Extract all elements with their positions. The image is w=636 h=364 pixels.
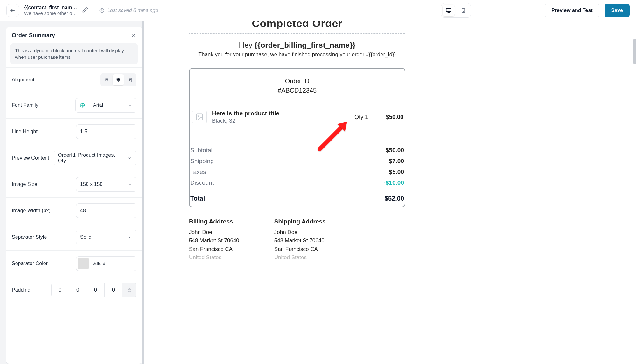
svg-rect-1	[446, 8, 451, 11]
chevron-down-icon	[127, 155, 132, 161]
shipping-city: San Francisco CA	[274, 245, 326, 253]
image-size-label: Image Size	[12, 182, 37, 187]
globe-icon	[80, 102, 85, 108]
padding-bottom-input[interactable]	[87, 283, 105, 297]
preview-test-button[interactable]: Preview and Test	[545, 4, 599, 17]
preview-content-select[interactable]: OrderId, Product Images, Qty	[54, 151, 136, 165]
discount-label: Discount	[190, 179, 214, 186]
mobile-icon	[461, 7, 466, 14]
align-center-button[interactable]	[113, 74, 124, 85]
padding-lock-button[interactable]	[122, 283, 136, 297]
shipping-label: Shipping	[190, 158, 214, 165]
clock-icon	[99, 8, 105, 13]
align-left-button[interactable]	[101, 74, 113, 85]
edit-title-button[interactable]	[82, 7, 88, 14]
email-preview: Completed Order Hey {{order_billing_firs…	[144, 21, 636, 364]
doc-title-block: {{contact_first_nam… We have some other …	[24, 5, 77, 16]
greeting-prefix: Hey	[239, 41, 255, 49]
close-panel-button[interactable]	[130, 32, 136, 39]
subtotal-label: Subtotal	[190, 147, 213, 154]
chevron-down-icon	[127, 103, 132, 108]
font-family-select[interactable]: Arial	[89, 98, 136, 113]
settings-panel: Order Summary This is a dynamic block an…	[6, 27, 143, 364]
product-price: $50.00	[386, 114, 403, 120]
separator-style-select[interactable]: Solid	[76, 230, 136, 244]
alignment-label: Alignment	[12, 77, 34, 83]
billing-address: Billing Address John Doe 548 Market St 7…	[189, 218, 239, 262]
align-left-icon	[104, 77, 110, 83]
align-right-icon	[127, 77, 133, 83]
last-saved-text: Last saved 8 mins ago	[107, 8, 158, 13]
image-width-label: Image Width (px)	[12, 208, 51, 214]
total-value: $52.00	[385, 195, 404, 202]
separator-color-value: #dfdfdf	[93, 261, 107, 266]
padding-top-input[interactable]	[51, 283, 69, 297]
color-swatch	[78, 258, 89, 269]
billing-title: Billing Address	[189, 218, 239, 225]
image-icon	[195, 113, 204, 121]
shipping-name: John Doe	[274, 228, 326, 237]
separator-style-label: Separator Style	[12, 234, 47, 240]
top-bar: {{contact_first_nam… We have some other …	[0, 0, 636, 21]
desktop-view-button[interactable]	[443, 5, 455, 16]
doc-subtitle: We have some other o…	[24, 10, 77, 16]
svg-point-13	[198, 115, 199, 117]
line-height-input[interactable]	[76, 124, 136, 139]
svg-rect-11	[128, 290, 131, 292]
image-size-value: 150 x 150	[80, 182, 102, 187]
order-id-value: #ABCD12345	[190, 87, 405, 94]
font-family-label: Font Family	[12, 102, 38, 108]
preview-content-label: Preview Content	[12, 155, 49, 161]
line-height-label: Line Height	[12, 129, 38, 134]
separator-color-input[interactable]: #dfdfdf	[76, 256, 136, 271]
dynamic-block-notice: This is a dynamic block and real content…	[10, 43, 138, 64]
thank-you-text: Thank you for your purchase, we have fin…	[189, 52, 405, 58]
svg-rect-4	[106, 79, 108, 79]
padding-label: Padding	[12, 287, 31, 293]
divider	[94, 5, 94, 16]
image-width-input[interactable]	[76, 203, 136, 218]
padding-left-input[interactable]	[105, 283, 122, 297]
chevron-down-icon	[127, 182, 132, 187]
close-icon	[131, 33, 136, 38]
separator-color-label: Separator Color	[12, 261, 48, 266]
billing-city: San Francisco CA	[189, 245, 239, 253]
svg-rect-8	[129, 79, 131, 79]
save-button[interactable]: Save	[605, 4, 630, 17]
product-title: Here is the product title	[212, 110, 349, 117]
order-summary-card[interactable]: Order ID #ABCD12345 Here is the product …	[189, 68, 405, 207]
separator-style-value: Solid	[80, 234, 92, 240]
svg-rect-9	[129, 80, 131, 81]
font-family-value: Arial	[93, 102, 103, 108]
total-label: Total	[190, 195, 205, 202]
billing-name: John Doe	[189, 228, 239, 237]
subtotal-value: $50.00	[386, 147, 404, 154]
doc-title: {{contact_first_nam…	[24, 5, 77, 10]
device-toggle	[441, 3, 471, 18]
preview-content-value: OrderId, Product Images, Qty	[58, 152, 124, 164]
image-size-select[interactable]: 150 x 150	[76, 177, 136, 192]
discount-value: -$10.00	[384, 179, 404, 186]
lock-icon	[127, 287, 132, 292]
align-right-button[interactable]	[124, 74, 136, 85]
panel-title: Order Summary	[12, 32, 55, 39]
shipping-address: Shipping Address John Doe 548 Market St …	[274, 218, 326, 262]
shipping-country: United States	[274, 253, 326, 262]
billing-country: United States	[189, 253, 239, 262]
shipping-street: 548 Market St 70640	[274, 237, 326, 245]
grand-total-row: Total $52.00	[190, 190, 405, 207]
order-id-label: Order ID	[190, 78, 405, 85]
shipping-value: $7.00	[389, 158, 404, 165]
padding-right-input[interactable]	[69, 283, 87, 297]
billing-street: 548 Market St 70640	[189, 237, 239, 245]
product-variant: Black, 32	[212, 118, 349, 124]
arrow-left-icon	[10, 7, 16, 14]
font-language-button[interactable]	[75, 98, 89, 113]
back-button[interactable]	[6, 4, 19, 17]
greeting-name: {{order_billing_first_name}}	[255, 41, 355, 49]
svg-point-3	[463, 11, 463, 12]
greeting: Hey {{order_billing_first_name}}	[189, 41, 405, 50]
taxes-label: Taxes	[190, 168, 206, 175]
mobile-view-button[interactable]	[457, 5, 469, 16]
email-header-block[interactable]: Completed Order	[189, 21, 405, 34]
